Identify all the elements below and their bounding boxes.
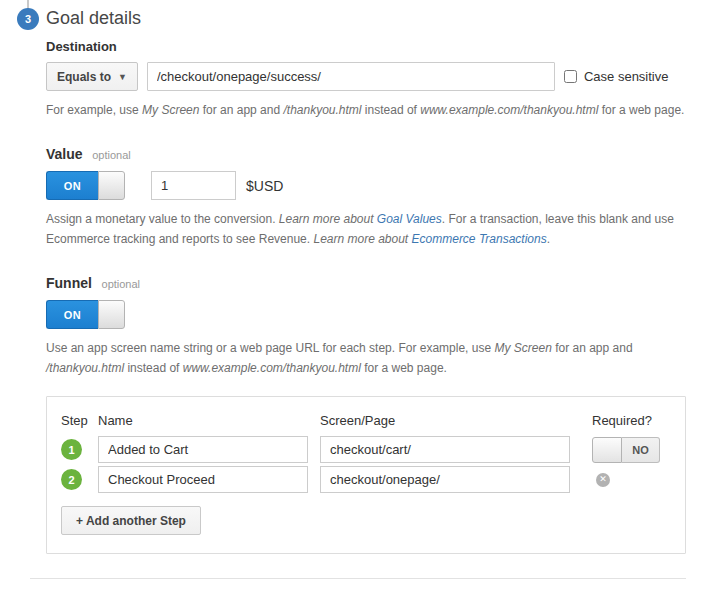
step-number-badge: 3 [17,8,39,30]
goal-details-panel: Goal details Destination Equals to ▼ Cas… [46,8,686,589]
ecommerce-transactions-link[interactable]: Ecommerce Transactions [412,232,547,246]
goal-values-link[interactable]: Goal Values [377,212,442,226]
funnel-step-2-name-input[interactable] [98,466,308,493]
value-toggle[interactable]: ON [46,171,125,200]
value-label: Value [46,146,83,162]
destination-section: Destination Equals to ▼ Case sensitive F… [46,39,686,120]
funnel-toggle-on-label: ON [46,300,98,329]
funnel-step-1-name-input[interactable] [98,436,308,463]
verify-section: Verify this Goal See how often this Goal… [46,578,686,589]
close-icon[interactable]: ✕ [596,473,610,487]
required-toggle-handle [592,437,622,463]
column-header-name: Name [98,413,320,433]
goal-value-input[interactable] [151,171,236,200]
funnel-step-1-required-toggle[interactable]: NO [592,437,660,463]
destination-label: Destination [46,39,686,54]
funnel-help-text: Use an app screen name string or a web p… [46,338,686,378]
currency-label: $USD [246,178,283,194]
case-sensitive-label: Case sensitive [584,69,669,84]
case-sensitive-checkbox[interactable] [564,70,577,83]
funnel-toggle[interactable]: ON [46,300,125,329]
chevron-down-icon: ▼ [118,72,127,82]
match-type-dropdown[interactable]: Equals to ▼ [46,62,138,91]
column-header-screen: Screen/Page [320,413,592,433]
funnel-step-1-badge: 1 [61,439,82,460]
funnel-section: Funnel optional ON Use an app screen nam… [46,275,686,554]
funnel-step-2-screen-input[interactable] [320,466,570,493]
column-header-required: Required? [592,413,671,433]
page-title: Goal details [46,8,686,29]
destination-url-input[interactable] [147,62,555,91]
funnel-label: Funnel [46,275,92,291]
funnel-step-1-screen-input[interactable] [320,436,570,463]
value-help-text: Assign a monetary value to the conversio… [46,209,686,249]
add-another-step-button[interactable]: + Add another Step [61,506,201,535]
column-header-step: Step [61,413,98,433]
value-toggle-on-label: ON [46,171,98,200]
funnel-steps-box: Step Name Screen/Page Required? 1 NO 2 [46,396,686,554]
funnel-toggle-handle [98,300,125,329]
required-toggle-no-label: NO [622,437,660,463]
value-section: Value optional ON $USD Assign a monetary… [46,146,686,249]
table-row: 2 [61,469,98,490]
funnel-optional-tag: optional [102,278,141,290]
table-row: 1 [61,439,98,460]
match-type-value: Equals to [57,70,111,84]
value-toggle-handle [98,171,125,200]
value-optional-tag: optional [92,149,131,161]
step-number: 3 [25,13,31,25]
funnel-step-2-badge: 2 [61,469,82,490]
destination-help-text: For example, use My Screen for an app an… [46,100,686,120]
